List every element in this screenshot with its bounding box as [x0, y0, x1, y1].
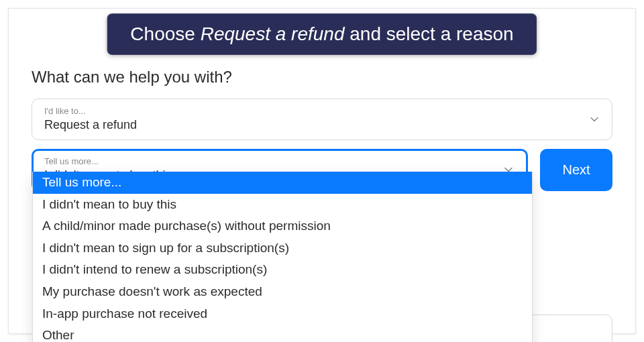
- banner-text-suffix: and select a reason: [344, 23, 513, 44]
- topic-row: I'd like to... Request a refund: [32, 99, 612, 140]
- next-button[interactable]: Next: [540, 149, 612, 190]
- topic-select-value: Request a refund: [44, 117, 578, 133]
- dropdown-option[interactable]: I didn't mean to sign up for a subscript…: [33, 237, 532, 260]
- page-heading: What can we help you with?: [32, 68, 612, 87]
- reason-select-label: Tell us more...: [44, 156, 494, 168]
- dropdown-option[interactable]: My purchase doesn't work as expected: [33, 281, 532, 303]
- dropdown-option[interactable]: In-app purchase not received: [33, 303, 532, 325]
- page-frame: What can we help you with? I'd like to..…: [8, 8, 636, 334]
- dropdown-option[interactable]: Other: [33, 325, 532, 342]
- dropdown-option[interactable]: I didn't mean to buy this: [33, 194, 532, 216]
- chevron-down-icon: [589, 114, 600, 125]
- banner-text-italic: Request a refund: [201, 23, 345, 44]
- dropdown-option[interactable]: I didn't intend to renew a subscription(…: [33, 259, 532, 281]
- reason-dropdown: Tell us more... I didn't mean to buy thi…: [32, 172, 533, 342]
- instruction-banner: Choose Request a refund and select a rea…: [107, 13, 537, 55]
- content-area: What can we help you with? I'd like to..…: [17, 48, 627, 213]
- dropdown-option[interactable]: A child/minor made purchase(s) without p…: [33, 215, 532, 237]
- dropdown-placeholder[interactable]: Tell us more...: [33, 172, 532, 194]
- topic-select[interactable]: I'd like to... Request a refund: [32, 99, 612, 140]
- banner-text-prefix: Choose: [130, 23, 200, 44]
- topic-select-label: I'd like to...: [44, 106, 578, 117]
